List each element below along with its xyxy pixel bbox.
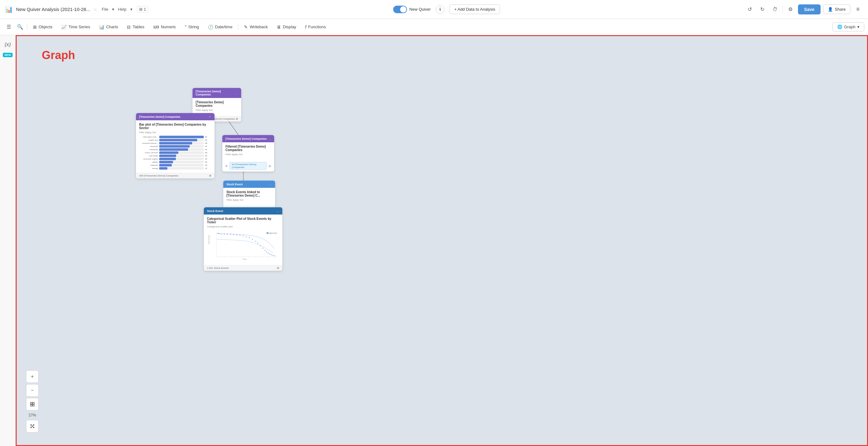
- svg-point-11: [227, 234, 228, 235]
- node2-footer: 305 [Timeseries Demo] Companies ⊞: [136, 173, 215, 178]
- history-button[interactable]: ⏱: [770, 4, 780, 14]
- toolbar-display[interactable]: 🖥 Display: [273, 23, 300, 31]
- node3-more[interactable]: …: [268, 137, 271, 140]
- top-bar-actions: ↺ ↻ ⏱ ⚙ Save 👤 Share ≡: [745, 4, 863, 14]
- redo-button[interactable]: ↻: [757, 4, 768, 14]
- scatter-mode-button[interactable]: [26, 420, 39, 433]
- star-icon[interactable]: ☆: [93, 7, 97, 12]
- toolbar-objects[interactable]: ⊞ Objects: [29, 23, 56, 31]
- node-filtered-companies[interactable]: [Timeseries Demo] Companies … Filtered […: [222, 135, 274, 172]
- toolbar-datetime[interactable]: 🕐 Date/time: [204, 23, 237, 31]
- canvas-area[interactable]: Graph [Timeseries Demo] Companies … [Tim…: [16, 35, 868, 446]
- zoom-controls: + − 27%: [26, 370, 39, 433]
- share-label: Share: [835, 7, 846, 11]
- node-scatter-plot[interactable]: Stock Event … Categorical Scatter Plot o…: [204, 207, 282, 271]
- node1-expand-icon[interactable]: ⊞: [236, 117, 238, 120]
- share-button[interactable]: 👤 Share: [823, 4, 850, 14]
- top-bar: 📊 New Quiver Analysis (2021-10-28... ☆ F…: [0, 0, 868, 19]
- pages-badge[interactable]: ⊞ 1: [137, 6, 148, 12]
- node5-more[interactable]: …: [276, 209, 279, 213]
- bar-val-0: 65: [205, 136, 211, 138]
- svg-point-48: [33, 425, 34, 425]
- node-bar-chart[interactable]: [Timeseries Demo] Companies ▼ Bar plot o…: [136, 113, 215, 178]
- svg-text:|: |: [243, 257, 243, 259]
- node3-filter-row: ⊞ 44 [Timeseries Demo] Companies ⊞: [222, 160, 274, 172]
- bar-row-2: consumer discret... 48: [139, 142, 211, 145]
- node2-body: Bar plot of [Timeseries Demo] Companies …: [136, 120, 215, 173]
- svg-text:|: |: [256, 257, 256, 259]
- overflow-menu-button[interactable]: ≡: [853, 4, 863, 14]
- node3-expand[interactable]: ⊞: [269, 164, 271, 168]
- node3-header: [Timeseries Demo] Companies …: [222, 135, 274, 142]
- new-quiver-toggle[interactable]: [393, 6, 407, 13]
- functions-icon: f: [305, 25, 306, 30]
- toolbar-functions[interactable]: f Functions: [301, 23, 330, 31]
- node2-footer-text: 305 [Timeseries Demo] Companies: [139, 174, 178, 177]
- toolbar-tables[interactable]: ⊟ Tables: [123, 23, 148, 31]
- node5-body: Categorical Scatter Plot of Stock Events…: [204, 214, 282, 265]
- bar-label-9: materials: [139, 164, 158, 166]
- node1-more[interactable]: …: [235, 91, 238, 95]
- bar-row-1: health care 55: [139, 139, 211, 141]
- objects-label: Objects: [39, 25, 53, 29]
- main-layout: (x) NEW Graph [Timeseries Demo] Companie…: [0, 35, 868, 446]
- svg-point-8: [219, 233, 219, 234]
- node2-chart-title: Bar plot of [Timeseries Demo] Companies …: [139, 123, 211, 130]
- charts-icon: 📊: [99, 25, 104, 30]
- sidebar-formula-icon[interactable]: (x): [2, 39, 13, 50]
- help-menu[interactable]: Help: [117, 6, 128, 12]
- node5-expand-icon[interactable]: ⊞: [277, 267, 279, 269]
- svg-text:Stock Events: Stock Events: [208, 235, 210, 244]
- node5-footer: 1,621 Stock Events ⊞: [204, 265, 282, 271]
- toolbar-time-series[interactable]: 📈 Time Series: [58, 23, 94, 31]
- bar-val-8: 20: [205, 161, 211, 163]
- node2-expand-icon[interactable]: ⊞: [209, 174, 211, 177]
- top-bar-center: New Quiver ℹ + Add Data to Analysis: [152, 4, 741, 14]
- save-button[interactable]: Save: [798, 4, 821, 14]
- svg-text:|: |: [268, 257, 269, 259]
- svg-rect-31: [267, 232, 269, 234]
- toolbar-numeric[interactable]: 123 Numeric: [150, 23, 180, 31]
- bar-val-5: 28: [205, 152, 211, 154]
- search-button[interactable]: 🔍: [15, 22, 25, 32]
- writeback-icon: ✎: [244, 25, 248, 30]
- add-data-button[interactable]: + Add Data to Analysis: [450, 4, 500, 14]
- app-icon: 📊: [5, 6, 13, 13]
- toolbar-string[interactable]: " String: [181, 23, 203, 31]
- info-button[interactable]: ℹ: [436, 5, 444, 14]
- string-icon: ": [185, 25, 187, 30]
- settings-button[interactable]: ⚙: [785, 4, 796, 14]
- svg-point-25: [266, 251, 267, 252]
- bar-label-3: financials: [139, 145, 158, 147]
- node2-more[interactable]: ▼: [208, 115, 211, 118]
- node4-more[interactable]: …: [269, 182, 272, 186]
- svg-text:|: |: [218, 257, 218, 259]
- node2-chart-subtitle: Filter Apply Set: [139, 131, 211, 134]
- svg-rect-44: [33, 402, 34, 404]
- svg-point-26: [268, 253, 269, 254]
- file-menu[interactable]: File: [100, 6, 110, 12]
- bar-label-4: industrials: [139, 149, 158, 150]
- toolbar-writeback[interactable]: ✎ Writeback: [240, 23, 272, 31]
- graph-button[interactable]: 🌐 Graph ▾: [833, 22, 864, 31]
- hamburger-button[interactable]: ☰: [4, 22, 14, 32]
- zoom-out-button[interactable]: −: [26, 384, 39, 397]
- node5-footer-text: 1,621 Stock Events: [207, 267, 228, 269]
- node4-header-label: Stock Event: [226, 183, 243, 186]
- bar-row-9: materials 18: [139, 164, 211, 167]
- undo-button[interactable]: ↺: [745, 4, 755, 14]
- node5-chart-subtitle: Categorical scatter plot: [207, 225, 279, 228]
- bar-row-5: comm. services 28: [139, 151, 211, 154]
- new-badge: NEW: [3, 53, 12, 57]
- functions-label: Functions: [308, 25, 326, 29]
- node4-body: Stock Events linked to [Timeseries Demo]…: [223, 188, 275, 206]
- zoom-in-button[interactable]: +: [26, 370, 39, 383]
- graph-icon: 🌐: [837, 25, 842, 29]
- toolbar-charts[interactable]: 📊 Charts: [95, 23, 122, 31]
- svg-point-27: [270, 254, 270, 255]
- zoom-fit-button[interactable]: [26, 398, 39, 411]
- bar-val-6: 25: [205, 155, 211, 157]
- node-stock-events[interactable]: Stock Event … Stock Events linked to [Ti…: [223, 181, 275, 211]
- svg-point-30: [274, 255, 275, 256]
- node4-subtitle: Filter Apply Set: [226, 199, 272, 201]
